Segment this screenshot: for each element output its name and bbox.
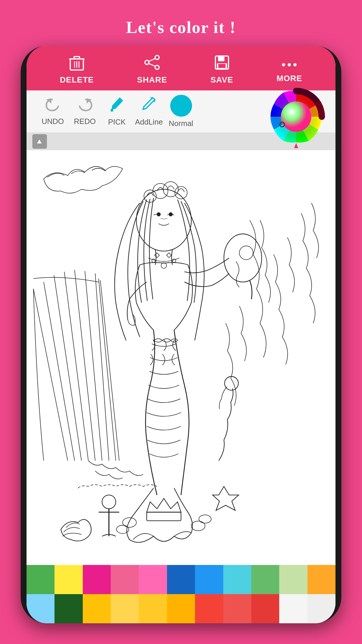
normal-label: Normal (169, 119, 193, 128)
svg-point-56 (102, 495, 116, 509)
share-label: SHARE (137, 75, 167, 85)
delete-label: DELETE (60, 75, 94, 85)
color-amber-3[interactable] (139, 594, 167, 623)
normal-circle (170, 95, 192, 117)
svg-rect-12 (218, 56, 224, 61)
svg-line-35 (85, 271, 102, 461)
color-yellow[interactable] (55, 565, 82, 594)
svg-point-47 (173, 259, 176, 262)
color-red-2[interactable] (223, 594, 251, 623)
normal-tool[interactable]: Normal (166, 95, 196, 128)
phone-frame: DELETE SHARE (21, 46, 341, 623)
svg-point-55 (225, 377, 238, 390)
svg-point-8 (155, 65, 159, 69)
pick-icon (110, 96, 124, 115)
svg-point-51 (123, 518, 136, 527)
palette-row-2 (27, 594, 335, 623)
more-icon (281, 56, 297, 71)
more-button[interactable]: MORE (277, 56, 302, 83)
color-white-2[interactable] (307, 594, 335, 623)
svg-point-6 (145, 60, 149, 64)
color-palette (27, 565, 335, 623)
svg-point-16 (288, 63, 291, 66)
color-white-1[interactable] (279, 594, 307, 623)
color-green-light[interactable] (279, 565, 307, 594)
redo-icon (77, 97, 93, 115)
svg-line-33 (64, 272, 88, 461)
app-title: Let's color it ! (126, 18, 236, 37)
undo-icon (45, 97, 61, 115)
share-icon (144, 55, 160, 73)
phone-screen: DELETE SHARE (27, 46, 335, 623)
color-dark-green[interactable] (55, 594, 82, 623)
color-light-blue[interactable] (27, 594, 55, 623)
svg-line-30 (34, 289, 68, 461)
svg-point-41 (144, 190, 156, 202)
svg-marker-29 (37, 139, 42, 144)
more-label: MORE (277, 74, 302, 83)
svg-point-54 (199, 515, 211, 523)
color-amber-2[interactable] (111, 594, 139, 623)
color-red-3[interactable] (251, 594, 279, 623)
delete-button[interactable]: DELETE (60, 55, 94, 85)
save-icon (214, 55, 230, 73)
svg-point-40 (169, 213, 173, 216)
svg-point-7 (155, 55, 159, 60)
svg-point-45 (161, 263, 167, 268)
addline-label: AddLine (135, 118, 163, 127)
svg-point-26 (281, 102, 311, 132)
svg-point-15 (282, 63, 285, 66)
svg-point-17 (294, 63, 297, 66)
color-blue-med[interactable] (195, 565, 223, 594)
svg-point-46 (152, 259, 155, 262)
color-green[interactable] (27, 565, 55, 594)
pick-label: PICK (108, 118, 126, 127)
share-button[interactable]: SHARE (137, 55, 167, 85)
svg-rect-14 (218, 64, 226, 68)
save-label: SAVE (210, 75, 233, 85)
svg-point-39 (157, 213, 161, 216)
expand-button[interactable] (32, 134, 47, 149)
redo-tool[interactable]: REDO (70, 97, 99, 126)
mermaid-drawing[interactable] (27, 150, 335, 565)
color-red-1[interactable] (195, 594, 223, 623)
delete-icon (69, 55, 85, 73)
svg-line-37 (99, 279, 116, 461)
pick-tool[interactable]: PICK (102, 96, 131, 127)
color-amber-4[interactable] (167, 594, 195, 623)
svg-point-48 (224, 234, 262, 282)
redo-label: REDO (74, 117, 96, 126)
color-cyan[interactable] (223, 565, 251, 594)
mermaid-svg (27, 150, 335, 565)
color-pink-dark[interactable] (83, 565, 111, 594)
svg-point-20 (110, 109, 113, 112)
svg-line-10 (149, 64, 155, 66)
palette-row-1 (27, 565, 335, 594)
color-orange[interactable] (307, 565, 335, 594)
color-green-med[interactable] (251, 565, 279, 594)
svg-marker-28 (294, 143, 298, 148)
svg-rect-2 (74, 57, 80, 59)
svg-line-32 (54, 275, 81, 461)
canvas-area (27, 133, 335, 565)
addline-icon (142, 96, 156, 115)
undo-tool[interactable]: UNDO (38, 97, 67, 126)
svg-line-9 (149, 59, 155, 61)
svg-point-49 (239, 246, 253, 260)
svg-point-53 (191, 521, 205, 531)
toolbar: DELETE SHARE (27, 46, 335, 90)
app-container: Let's color it ! (0, 0, 362, 644)
color-wheel[interactable] (266, 88, 330, 149)
color-pink-light[interactable] (139, 565, 167, 594)
save-button[interactable]: SAVE (210, 55, 233, 85)
undo-label: UNDO (42, 117, 64, 126)
color-pink-med[interactable] (111, 565, 139, 594)
color-blue-dark[interactable] (167, 565, 195, 594)
color-amber-1[interactable] (83, 594, 111, 623)
color-wheel-container[interactable] (266, 88, 330, 150)
addline-tool[interactable]: AddLine (134, 96, 164, 127)
tools-row: UNDO REDO (27, 90, 335, 133)
svg-rect-50 (147, 512, 181, 521)
